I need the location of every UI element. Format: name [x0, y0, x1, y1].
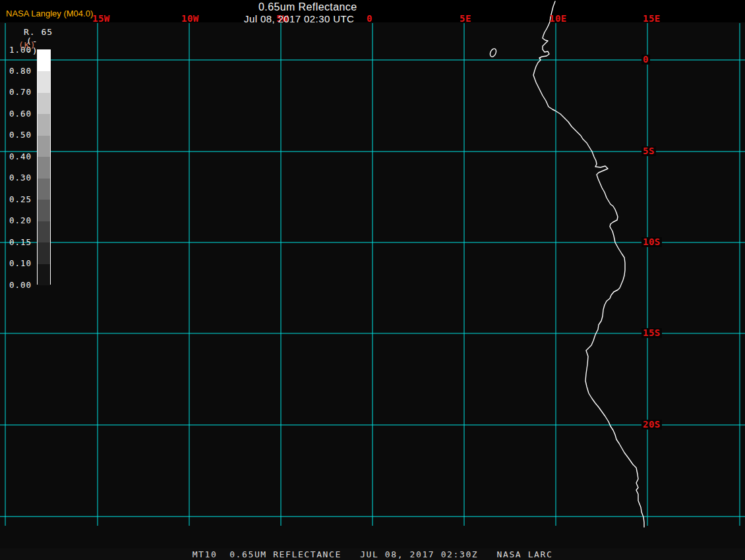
colorbar-tick-0.10: 0.10: [0, 258, 32, 268]
africa-coastline: [533, 1, 644, 527]
colorbar-title: R. 65: [24, 27, 53, 37]
longitude-label-15e: 15E: [643, 14, 661, 24]
longitude-label-10e: 10E: [549, 14, 567, 24]
page-title: 0.65um Reflectance: [258, 1, 357, 13]
colorbar-tick-0.20: 0.20: [0, 215, 32, 225]
longitude-label-15w: 15W: [92, 14, 110, 24]
colorbar-tick-0.15: 0.15: [0, 237, 32, 247]
colorbar-segment: [38, 50, 50, 71]
source-label: NASA Langley (M04.0): [6, 9, 93, 18]
colorbar-segment: [38, 71, 50, 92]
colorbar-tick-0.70: 0.70: [0, 87, 32, 97]
colorbar-segment: [38, 114, 50, 135]
colorbar-tick-0.00: 0.00: [0, 280, 32, 290]
latitude-label-5s: 5S: [641, 146, 656, 156]
colorbar-segment: [38, 179, 50, 200]
colorbar-tick-0.40: 0.40: [0, 152, 32, 161]
footer-bar: MT10 0.65UM REFLECTANCE JUL 08, 2017 02:…: [0, 548, 745, 560]
footer-caption: MT10 0.65UM REFLECTANCE JUL 08, 2017 02:…: [0, 549, 745, 559]
colorbar-tick-0.60: 0.60: [0, 109, 32, 119]
colorbar-tick-0.80: 0.80: [0, 66, 32, 76]
latitude-label-0: 0: [641, 55, 650, 65]
latitude-label-20s: 20S: [641, 420, 662, 430]
colorbar-tick-0.30: 0.30: [0, 173, 32, 182]
timestamp-subtitle: Jul 08, 2017 02:30 UTC: [244, 13, 354, 24]
longitude-label-0: 0: [367, 14, 372, 24]
longitude-label-5e: 5E: [460, 14, 471, 24]
colorbar-tick-0.50: 0.50: [0, 130, 32, 140]
island-outline: [489, 47, 498, 57]
colorbar-tick-0.25: 0.25: [0, 194, 32, 204]
colorbar-segment: [38, 136, 50, 157]
latitude-label-10s: 10S: [641, 237, 662, 247]
colorbar-segment: [38, 200, 50, 221]
colorbar-units: (--): [26, 36, 38, 56]
colorbar-segment: [38, 242, 50, 264]
latitude-label-15s: 15S: [641, 328, 662, 338]
map-grid-coastline-svg: [0, 0, 745, 560]
colorbar-segment: [38, 93, 50, 114]
longitude-label-10w: 10W: [181, 14, 199, 24]
satellite-reflectance-viewer: NASA Langley (M04.0) 0.65um Reflectance …: [0, 0, 745, 560]
colorbar-segment: [38, 157, 50, 178]
colorbar-segment: [38, 221, 50, 242]
colorbar-segment: [38, 264, 50, 285]
colorbar-strip: [37, 49, 51, 285]
